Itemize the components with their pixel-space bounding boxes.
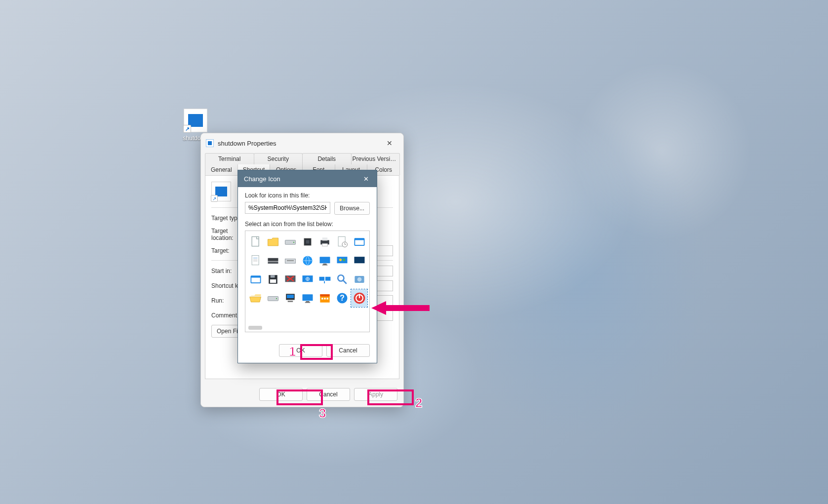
svg-line-40 [343,280,346,284]
icon-optical-drive[interactable] [282,252,298,270]
shortcut-arrow-overlay-icon: ↗ [211,195,218,202]
svg-rect-0 [252,237,259,246]
svg-rect-12 [252,256,259,265]
properties-ok-button[interactable]: OK [259,388,303,401]
desktop-wallpaper [0,0,828,504]
icon-power[interactable] [351,289,367,307]
svg-point-26 [342,259,345,261]
icon-drive-slim[interactable] [265,289,281,307]
icon-monitor[interactable] [316,252,333,270]
change-icon-title: Change Icon [244,175,280,183]
icon-control-panel[interactable] [334,252,350,270]
properties-apply-button[interactable]: Apply [354,388,397,401]
svg-point-25 [339,259,341,261]
svg-rect-50 [305,302,310,303]
svg-rect-27 [354,257,364,263]
svg-rect-24 [337,257,347,263]
svg-rect-17 [268,262,278,264]
svg-rect-16 [268,258,278,261]
icon-window[interactable] [351,233,367,251]
svg-rect-36 [319,277,324,281]
icon-chip[interactable] [299,233,315,251]
properties-title: shutdown Properties [218,140,379,147]
icon-document[interactable] [247,252,264,270]
change-icon-cancel-button[interactable]: Cancel [326,344,370,357]
svg-rect-55 [326,298,328,300]
svg-rect-6 [322,237,327,240]
svg-point-2 [293,242,294,243]
svg-rect-54 [324,298,326,300]
tab-general[interactable]: General [205,164,238,175]
icon-file-history[interactable] [334,233,350,251]
svg-point-44 [276,298,276,299]
tab-security[interactable]: Security [254,153,303,164]
icon-magnifier[interactable] [334,271,350,288]
svg-rect-19 [287,260,294,261]
svg-point-39 [338,275,344,281]
icon-computer[interactable] [282,289,298,307]
icon-blank-file[interactable] [247,233,264,251]
svg-rect-4 [306,240,309,244]
svg-rect-22 [323,264,326,265]
properties-cancel-button[interactable]: Cancel [307,388,350,401]
icon-network-computers[interactable] [316,271,333,288]
shortcut-arrow-overlay-icon: ↗ [183,125,191,133]
icon-printer[interactable] [316,233,333,251]
icon-folder-open[interactable] [247,289,264,307]
change-icon-close-button[interactable]: ✕ [355,170,377,187]
svg-rect-47 [287,301,293,302]
svg-rect-7 [322,244,327,246]
icon-network-monitor[interactable] [299,271,315,288]
svg-rect-37 [325,277,330,281]
change-icon-ok-button[interactable]: OK [279,344,322,357]
svg-rect-46 [287,295,294,298]
icon-drive[interactable] [282,233,298,251]
tab-previous-versions[interactable]: Previous Versions [351,153,400,164]
properties-title-icon [206,139,214,147]
svg-rect-32 [270,279,276,283]
icon-floppy[interactable] [265,271,281,288]
icon-help[interactable]: ? [334,289,350,307]
icon-globe[interactable] [299,252,315,270]
change-icon-titlebar[interactable]: Change Icon ✕ [238,170,377,187]
icon-display[interactable] [299,289,315,307]
tab-terminal[interactable]: Terminal [205,153,254,164]
svg-rect-11 [355,240,364,245]
svg-rect-53 [321,298,323,300]
svg-rect-49 [306,301,309,302]
svg-text:?: ? [340,294,345,302]
icon-folder[interactable] [265,233,281,251]
icon-list-scrollbar[interactable] [248,326,262,330]
browse-button[interactable]: Browse... [334,202,370,215]
icon-window-app[interactable] [247,271,264,288]
svg-rect-29 [251,278,260,283]
icon-drive-bay[interactable] [265,252,281,270]
icon-path-input[interactable] [245,202,330,214]
svg-rect-21 [319,257,330,263]
icon-list[interactable]: ? [245,231,370,332]
properties-titlebar[interactable]: shutdown Properties ✕ [201,133,403,153]
shortcut-icon: ↗ [184,109,207,132]
change-icon-dialog: Change Icon ✕ Look for icons in this fil… [237,170,377,363]
svg-rect-31 [270,275,275,277]
properties-footer: OK Cancel Apply [201,383,403,407]
icon-night-monitor[interactable] [351,252,367,270]
tab-details[interactable]: Details [302,153,352,164]
svg-rect-52 [320,294,329,296]
icon-monitor-x[interactable] [282,271,298,288]
svg-rect-23 [322,265,327,266]
svg-point-42 [357,277,361,282]
icon-calendar[interactable] [316,289,333,307]
look-for-icons-label: Look for icons in this file: [245,192,370,199]
svg-rect-48 [302,294,313,301]
properties-close-button[interactable]: ✕ [379,136,400,150]
shortcut-large-icon: ↗ [211,182,231,201]
icon-hard-disk[interactable] [351,271,367,288]
select-icon-label: Select an icon from the list below: [245,221,370,228]
